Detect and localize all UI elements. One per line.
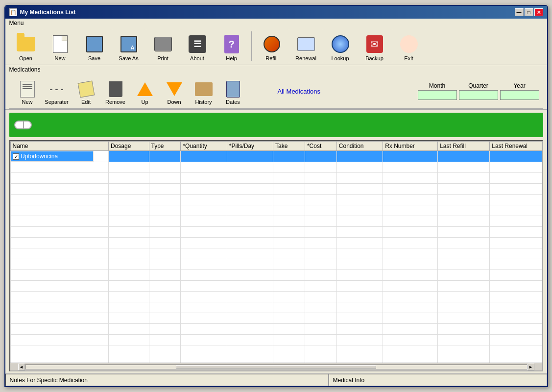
edit-button[interactable]: Edit xyxy=(72,76,100,106)
table-scroll-area[interactable]: Name Dosage Type *Quantity *Pills/Day Ta… xyxy=(10,141,542,363)
empty-table-row xyxy=(10,205,542,216)
dates-label: Dates xyxy=(226,99,240,105)
empty-cell xyxy=(336,162,383,173)
empty-cell xyxy=(490,184,542,195)
col-header-dosage[interactable]: Dosage xyxy=(108,142,149,151)
remove-button[interactable]: Remove xyxy=(101,76,130,106)
all-medications-label[interactable]: All Medications xyxy=(278,88,320,95)
col-header-type[interactable]: Type xyxy=(149,142,181,151)
up-label: Up xyxy=(141,99,148,105)
separater-button[interactable]: - - - Separater xyxy=(43,76,71,106)
empty-cell xyxy=(273,324,305,335)
close-button[interactable]: ✕ xyxy=(534,8,543,16)
about-label: About xyxy=(190,55,204,61)
empty-cell xyxy=(273,227,305,238)
empty-cell xyxy=(490,162,542,173)
save-button[interactable]: Save xyxy=(78,29,111,63)
empty-cell xyxy=(181,281,227,292)
saveas-button[interactable]: Save As xyxy=(112,29,145,63)
empty-cell xyxy=(181,227,227,238)
scroll-thumb[interactable] xyxy=(176,365,377,369)
notes-label: Notes For Specific Medication xyxy=(10,377,88,384)
col-header-take[interactable]: Take xyxy=(273,142,305,151)
col-header-cost[interactable]: *Cost xyxy=(305,142,336,151)
quarter-cost-input[interactable] xyxy=(459,90,498,100)
pill-icon xyxy=(14,121,32,129)
empty-cell xyxy=(383,335,438,345)
help-button[interactable]: ? Help xyxy=(215,29,248,63)
col-header-lastrefill[interactable]: Last Refill xyxy=(438,142,490,151)
row-checkbox[interactable] xyxy=(13,153,19,160)
col-header-lastrenewal[interactable]: Last Renewal xyxy=(490,142,542,151)
window-icon: 📋 xyxy=(9,8,17,16)
empty-cell xyxy=(383,345,438,356)
scroll-track[interactable] xyxy=(25,365,528,369)
empty-cell xyxy=(149,324,181,335)
maximize-button[interactable]: □ xyxy=(525,8,533,16)
empty-cell xyxy=(149,162,181,173)
col-header-rxnumber[interactable]: Rx Number xyxy=(383,142,438,151)
about-button[interactable]: ☰ About xyxy=(181,29,214,63)
lookup-icon xyxy=(332,35,349,53)
col-header-quantity[interactable]: *Quantity xyxy=(181,142,227,151)
empty-cell xyxy=(10,205,108,216)
backup-button[interactable]: ✉ Backup xyxy=(358,29,391,63)
empty-cell xyxy=(383,238,438,248)
history-button[interactable]: History xyxy=(190,76,218,106)
dates-button[interactable]: Dates xyxy=(219,76,247,106)
empty-cell xyxy=(305,238,336,248)
table-row[interactable]: Uptodowncina xyxy=(10,151,542,162)
empty-cell xyxy=(108,270,149,281)
horizontal-scrollbar[interactable]: ◄ ► xyxy=(10,363,542,370)
empty-cell xyxy=(227,356,273,363)
lastrefill-cell xyxy=(438,151,490,162)
empty-table-row xyxy=(10,259,542,270)
col-header-condition[interactable]: Condition xyxy=(336,142,383,151)
print-label: Print xyxy=(157,55,168,61)
open-label: Open xyxy=(19,55,32,61)
folder-icon xyxy=(17,37,35,51)
medical-info-label: Medical Info xyxy=(333,377,365,384)
empty-cell xyxy=(383,324,438,335)
empty-cell xyxy=(336,356,383,363)
empty-cell xyxy=(10,248,108,259)
arrow-up-icon xyxy=(137,82,153,96)
history-label: History xyxy=(195,99,212,105)
down-button[interactable]: Down xyxy=(160,76,189,106)
empty-table-row xyxy=(10,248,542,259)
menu-label[interactable]: Menu xyxy=(9,20,24,26)
lookup-button[interactable]: Lookup xyxy=(324,29,357,63)
col-header-pillsday[interactable]: *Pills/Day xyxy=(227,142,273,151)
med-new-label: New xyxy=(22,99,32,105)
year-cost-input[interactable] xyxy=(500,90,539,100)
empty-cell xyxy=(181,205,227,216)
empty-cell xyxy=(181,216,227,227)
empty-cell xyxy=(10,356,108,363)
window-title: My Medications List xyxy=(20,9,76,16)
col-header-name[interactable]: Name xyxy=(10,142,108,151)
lastrenewal-cell xyxy=(490,151,542,162)
empty-cell xyxy=(227,345,273,356)
exit-button[interactable]: Exit xyxy=(392,29,426,63)
up-button[interactable]: Up xyxy=(131,76,159,106)
new-main-button[interactable]: New xyxy=(44,29,77,63)
empty-table-row xyxy=(10,216,542,227)
refill-button[interactable]: Refill xyxy=(255,29,288,63)
scroll-left-arrow[interactable]: ◄ xyxy=(18,364,25,370)
print-button[interactable]: Print xyxy=(146,29,180,63)
empty-cell xyxy=(181,270,227,281)
empty-cell xyxy=(490,281,542,292)
minimize-button[interactable]: — xyxy=(515,8,524,16)
arrow-down-icon xyxy=(167,82,182,96)
empty-cell xyxy=(336,195,383,205)
about-icon: ☰ xyxy=(189,35,206,53)
empty-cell xyxy=(305,356,336,363)
empty-cell xyxy=(305,184,336,195)
month-cost-input[interactable] xyxy=(418,90,457,100)
empty-cell xyxy=(149,345,181,356)
scroll-right-arrow[interactable]: ► xyxy=(528,364,534,370)
open-button[interactable]: Open xyxy=(9,29,43,63)
empty-cell xyxy=(305,335,336,345)
renewal-button[interactable]: Renewal xyxy=(289,29,323,63)
med-new-button[interactable]: New xyxy=(13,76,42,106)
